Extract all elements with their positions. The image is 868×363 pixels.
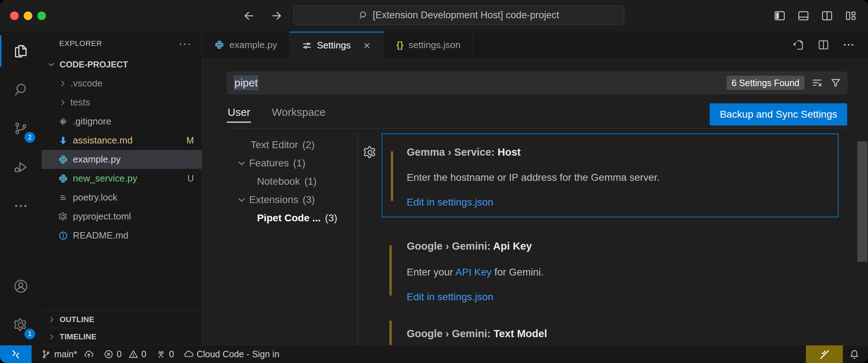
- search-icon: [13, 82, 29, 98]
- json-braces-icon: {}: [396, 39, 403, 51]
- timeline-section-header[interactable]: TIMELINE: [42, 328, 202, 345]
- tab-settings-json[interactable]: {} settings.json: [384, 32, 473, 58]
- bell-icon: [849, 349, 860, 360]
- file-tree: .vscode tests .gitignore assistance.md M: [42, 74, 202, 245]
- tab-strip: example.py Settings {} settings.json: [202, 32, 868, 58]
- toc-extensions[interactable]: Extensions(3): [227, 190, 354, 209]
- explorer-sidebar: EXPLORER ··· CODE-PROJECT .vscode tests: [42, 32, 202, 345]
- chevron-down-icon: [236, 194, 247, 205]
- forward-button[interactable]: [270, 9, 283, 22]
- broadcast-tower-icon: [156, 349, 166, 359]
- settings-search-value: pipet: [234, 75, 258, 90]
- modified-indicator: [389, 321, 392, 345]
- settings-found-badge: 6 Settings Found: [727, 76, 804, 90]
- spark-disabled-icon: [818, 348, 831, 361]
- tree-item-tests[interactable]: tests: [42, 93, 202, 112]
- explorer-more-actions-button[interactable]: ···: [179, 42, 192, 45]
- ellipsis-icon: [842, 38, 855, 51]
- tab-example-py[interactable]: example.py: [202, 32, 290, 58]
- editor-more-actions-button[interactable]: [842, 38, 855, 51]
- scope-tab-workspace[interactable]: Workspace: [271, 104, 326, 125]
- tab-settings[interactable]: Settings: [290, 32, 384, 58]
- activity-bar: 2 1: [0, 32, 42, 345]
- modified-indicator: [391, 151, 393, 201]
- tree-item-new-service-py[interactable]: new_service.py U: [42, 169, 202, 188]
- tree-item-gitignore[interactable]: .gitignore: [42, 112, 202, 131]
- settings-search-input[interactable]: pipet 6 Settings Found: [227, 72, 847, 94]
- accounts-button[interactable]: [8, 273, 34, 299]
- toggle-secondary-sidebar-button[interactable]: [821, 9, 834, 22]
- explorer-activity-button[interactable]: [8, 38, 34, 64]
- lock-file-icon: [58, 193, 68, 203]
- notifications-button[interactable]: [849, 349, 860, 360]
- python-icon: [214, 40, 224, 50]
- gear-icon: [363, 145, 378, 160]
- customize-layout-button[interactable]: [844, 9, 857, 22]
- manage-settings-button[interactable]: 1: [8, 312, 34, 338]
- branch-icon: [41, 349, 51, 359]
- git-status-badge: U: [187, 173, 194, 184]
- edit-in-settings-json-link[interactable]: Edit in settings.json: [407, 197, 493, 208]
- open-settings-json-button[interactable]: [792, 38, 805, 51]
- git-branch-status[interactable]: main*: [41, 349, 94, 359]
- remote-indicator[interactable]: [0, 345, 32, 363]
- tree-item-poetry-lock[interactable]: poetry.lock: [42, 188, 202, 207]
- minimize-window-button[interactable]: [24, 11, 32, 20]
- tree-item-pyproject-toml[interactable]: pyproject.toml: [42, 207, 202, 226]
- scope-tab-user[interactable]: User: [227, 104, 251, 125]
- setting-row-gemini-api-key[interactable]: Google › Gemini: Api Key Enter your API …: [389, 228, 839, 311]
- settings-body: Text Editor(2) Features(1) Notebook(1) E…: [227, 128, 847, 345]
- tree-root-code-project[interactable]: CODE-PROJECT: [42, 55, 202, 74]
- ports-status[interactable]: 0: [156, 349, 174, 359]
- setting-description: Enter the hostname or IP address for the…: [407, 172, 838, 183]
- outline-section-header[interactable]: OUTLINE: [42, 311, 202, 328]
- python-icon: [58, 174, 68, 184]
- tree-item-example-py[interactable]: example.py: [42, 150, 202, 169]
- tree-item-readme-md[interactable]: README.md: [42, 226, 202, 245]
- clear-search-filters-button[interactable]: [811, 77, 823, 89]
- split-editor-icon: [817, 38, 830, 51]
- source-control-activity-button[interactable]: 2: [8, 116, 34, 141]
- settings-toc: Text Editor(2) Features(1) Notebook(1) E…: [227, 133, 354, 345]
- setting-row-gemini-text-model[interactable]: Google › Gemini: Text Model: [389, 316, 839, 345]
- setting-row-gemma-service-host[interactable]: Gemma › Service: Host Enter the hostname…: [382, 133, 839, 217]
- toggle-primary-sidebar-button[interactable]: [773, 9, 786, 22]
- back-button[interactable]: [243, 9, 256, 22]
- debug-icon: [13, 159, 29, 175]
- chevron-right-icon: [58, 98, 67, 107]
- filter-settings-button[interactable]: [830, 77, 842, 89]
- api-key-link[interactable]: API Key: [455, 267, 491, 278]
- ellipsis-icon: [13, 198, 29, 214]
- toc-features[interactable]: Features(1): [227, 154, 354, 172]
- toc-text-editor[interactable]: Text Editor(2): [227, 136, 354, 154]
- gemini-code-assist-status[interactable]: [806, 345, 843, 363]
- close-window-button[interactable]: [10, 11, 19, 20]
- tree-item-vscode[interactable]: .vscode: [42, 74, 202, 93]
- problems-status[interactable]: 0 0: [103, 349, 146, 359]
- command-center[interactable]: [Extension Development Host] code-projec…: [293, 5, 624, 25]
- close-tab-button[interactable]: [362, 41, 372, 50]
- account-icon: [13, 278, 29, 294]
- maximize-window-button[interactable]: [37, 11, 46, 20]
- toggle-panel-button[interactable]: [797, 9, 810, 22]
- warning-icon: [128, 349, 139, 359]
- settings-scrollbar[interactable]: [857, 141, 867, 262]
- source-control-badge: 2: [24, 132, 35, 143]
- toc-splitter[interactable]: [358, 132, 358, 345]
- cloud-code-status[interactable]: Cloud Code - Sign in: [183, 349, 280, 359]
- more-views-button[interactable]: [8, 193, 34, 219]
- chevron-right-icon: [47, 333, 56, 341]
- backup-sync-settings-button[interactable]: Backup and Sync Settings: [710, 103, 847, 126]
- tree-item-assistance-md[interactable]: assistance.md M: [42, 131, 202, 150]
- explorer-title: EXPLORER: [59, 39, 102, 48]
- toc-pipet-code[interactable]: Pipet Code ...(3): [227, 209, 354, 227]
- python-icon: [58, 155, 68, 165]
- run-debug-activity-button[interactable]: [8, 154, 34, 180]
- markdown-icon: [58, 136, 68, 146]
- search-activity-button[interactable]: [8, 77, 34, 103]
- setting-row-gear-button[interactable]: [363, 145, 378, 160]
- edit-in-settings-json-link[interactable]: Edit in settings.json: [407, 291, 493, 303]
- close-icon: [362, 41, 372, 50]
- split-editor-button[interactable]: [817, 38, 830, 51]
- toc-notebook[interactable]: Notebook(1): [227, 172, 354, 190]
